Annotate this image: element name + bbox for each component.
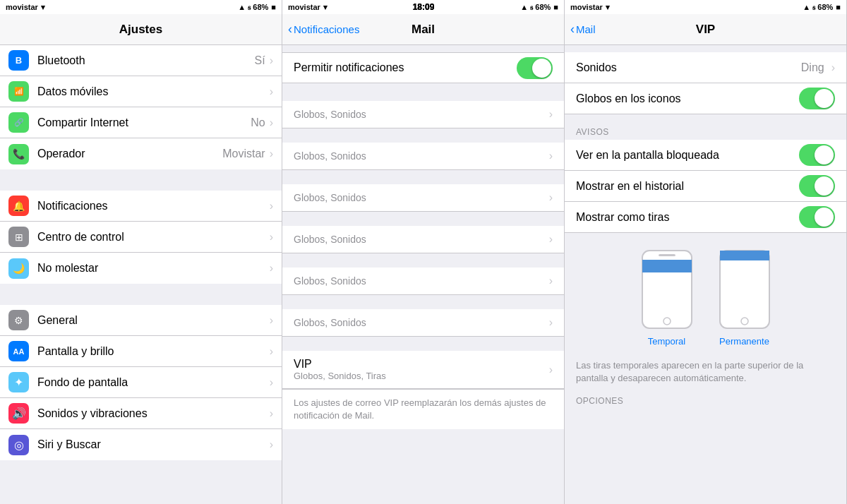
battery-left: ■ — [271, 3, 276, 11]
compartir-row[interactable]: 🔗 Compartir Internet No › — [0, 107, 282, 138]
notificaciones-label: Notificaciones — [37, 200, 270, 212]
vip-row[interactable]: VIP Globos, Sonidos, Tiras › — [282, 351, 564, 389]
compartir-value: No — [251, 116, 265, 129]
nav-title-left: Ajustes — [119, 23, 162, 37]
tiras-row[interactable]: Mostrar como tiras — [565, 202, 846, 233]
vip-content: Sonidos Ding › Globos en los iconos AVIS… — [565, 45, 846, 504]
pantalla-chevron-icon: › — [270, 345, 273, 358]
datos-icon: 📶 — [8, 81, 29, 102]
sep2 — [282, 128, 564, 143]
nav-back-mid[interactable]: ‹ Notificaciones — [288, 23, 359, 35]
nomolestar-row[interactable]: 🌙 No molestar › — [0, 253, 282, 284]
nav-title-right: VIP — [696, 23, 715, 37]
nav-back-label-right: Mail — [576, 23, 596, 35]
app-row-5[interactable]: Globos, Sonidos › — [282, 268, 564, 295]
sep7 — [282, 337, 564, 351]
ver-pantalla-toggle[interactable] — [799, 144, 835, 166]
sonidos-row[interactable]: 🔊 Sonidos y vibraciones › — [0, 398, 282, 429]
fondo-label: Fondo de pantalla — [37, 376, 270, 389]
app-row-4[interactable]: Globos, Sonidos › — [282, 226, 564, 253]
nomolestar-icon: 🌙 — [8, 258, 29, 279]
wifi-icon-left: ▾ — [41, 3, 45, 12]
sep-avisos — [565, 114, 846, 121]
mail-notifications-panel: movistar ▾ 18:09 ▲ ᵴ 68% ■ ‹ Notificacio… — [282, 0, 565, 504]
app-row-2[interactable]: Globos, Sonidos › — [282, 143, 564, 170]
status-right-left: ▲ ᵴ 68% ■ — [238, 3, 276, 12]
status-left: movistar ▾ — [6, 3, 45, 12]
tiras-toggle[interactable] — [799, 206, 835, 228]
compartir-icon: 🔗 — [8, 112, 29, 133]
notificaciones-icon: 🔔 — [8, 196, 29, 216]
general-row[interactable]: ⚙ General › — [0, 305, 282, 336]
temporal-phone[interactable]: Temporal — [639, 247, 695, 347]
operador-value: Movistar — [222, 148, 265, 160]
settings-list: B Bluetooth Sí › 📶 Datos móviles › 🔗 Com… — [0, 45, 282, 504]
opciones-header: OPCIONES — [565, 390, 846, 409]
avisos-header: AVISOS — [565, 121, 846, 140]
globos-vip-row[interactable]: Globos en los iconos — [565, 83, 846, 114]
status-right-right: ▲ ᵴ 68% ■ — [803, 3, 841, 12]
svg-rect-4 — [720, 251, 769, 328]
phone-illustrations: Temporal Permanente — [565, 233, 846, 354]
permanente-phone[interactable]: Permanente — [716, 247, 773, 347]
ver-pantalla-toggle-knob — [815, 145, 834, 164]
ver-pantalla-row[interactable]: Ver en la pantalla bloqueada — [565, 140, 846, 171]
app-row-5-label: Globos, Sonidos — [294, 275, 549, 287]
vip-label: VIP — [294, 358, 543, 371]
sonidos-label: Sonidos y vibraciones — [37, 407, 270, 420]
notificaciones-row[interactable]: 🔔 Notificaciones › — [0, 191, 282, 222]
status-right-mid: ▲ ᵴ 68% ■ — [520, 3, 558, 12]
app-row-6[interactable]: Globos, Sonidos › — [282, 309, 564, 337]
permitir-row[interactable]: Permitir notificaciones — [282, 52, 564, 83]
sonidos-chevron-icon: › — [270, 407, 273, 420]
siri-icon: ◎ — [8, 435, 29, 455]
centro-row[interactable]: ⊞ Centro de control › — [0, 222, 282, 253]
vip-note: Los ajustes de correo VIP reemplazarán l… — [282, 389, 564, 429]
vip-panel: movistar ▾ 18:09 ▲ ᵴ 68% ■ ‹ Mail VIP So… — [565, 0, 847, 504]
sonidos-vip-row[interactable]: Sonidos Ding › — [565, 52, 846, 83]
historial-toggle[interactable] — [799, 175, 835, 197]
historial-label: Mostrar en el historial — [576, 180, 799, 193]
operador-row[interactable]: 📞 Operador Movistar › — [0, 138, 282, 169]
back-chevron-icon-right: ‹ — [570, 23, 575, 35]
status-bar-left: movistar ▾ 18:09 ▲ ᵴ 68% ■ — [0, 0, 282, 14]
bluetooth-label: Bluetooth — [37, 54, 255, 67]
app-row-1-label: Globos, Sonidos — [294, 109, 549, 120]
globos-toggle[interactable] — [799, 88, 835, 109]
temporal-label: Temporal — [648, 336, 685, 347]
tiras-label: Mostrar como tiras — [576, 211, 799, 224]
bluetooth-row[interactable]: B Bluetooth Sí › — [0, 45, 282, 76]
battery-right: ■ — [836, 3, 841, 11]
app-row-6-label: Globos, Sonidos — [294, 317, 549, 328]
temporal-phone-svg — [639, 247, 695, 332]
vip-chevron-icon: › — [549, 364, 553, 376]
general-label: General — [37, 314, 270, 327]
fondo-row[interactable]: ✦ Fondo de pantalla › — [0, 367, 282, 398]
app-row-2-chevron-icon: › — [549, 150, 553, 162]
status-left-mid: movistar ▾ — [288, 3, 328, 12]
siri-row[interactable]: ◎ Siri y Buscar › — [0, 429, 282, 460]
permanente-phone-svg — [716, 247, 773, 332]
globos-vip-label: Globos en los iconos — [576, 92, 799, 105]
permanente-label: Permanente — [719, 336, 769, 347]
app-row-3[interactable]: Globos, Sonidos › — [282, 184, 564, 212]
app-row-2-label: Globos, Sonidos — [294, 150, 549, 162]
settings-panel: movistar ▾ 18:09 ▲ ᵴ 68% ■ Ajustes B Blu… — [0, 0, 282, 504]
datos-row[interactable]: 📶 Datos móviles › — [0, 76, 282, 107]
nav-back-right[interactable]: ‹ Mail — [570, 23, 596, 35]
permitir-toggle[interactable] — [517, 57, 553, 79]
historial-toggle-knob — [815, 176, 834, 196]
settings-group-connectivity: B Bluetooth Sí › 📶 Datos móviles › 🔗 Com… — [0, 45, 282, 169]
top-sep-right — [565, 45, 846, 52]
app-row-1[interactable]: Globos, Sonidos › — [282, 101, 564, 128]
status-bar-right: movistar ▾ 18:09 ▲ ᵴ 68% ■ — [565, 0, 846, 14]
sep4 — [282, 212, 564, 226]
permitir-label: Permitir notificaciones — [294, 61, 517, 74]
signal-left: ▲ ᵴ 68% — [238, 3, 268, 12]
historial-row[interactable]: Mostrar en el historial — [565, 171, 846, 202]
app-row-4-label: Globos, Sonidos — [294, 234, 549, 245]
bluetooth-chevron-icon: › — [270, 54, 273, 67]
nav-bar-right: ‹ Mail VIP — [565, 14, 846, 45]
pantalla-row[interactable]: AA Pantalla y brillo › — [0, 336, 282, 367]
app-row-4-chevron-icon: › — [549, 233, 553, 246]
